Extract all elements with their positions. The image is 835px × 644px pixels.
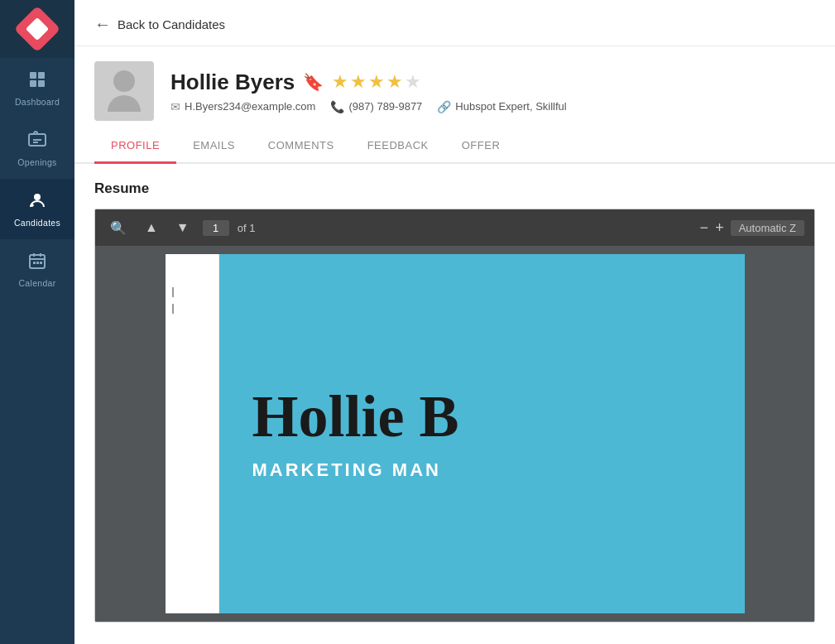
pdf-margin-lines: [172, 262, 212, 314]
candidate-phone: (987) 789-9877: [348, 100, 422, 113]
back-label: Back to Candidates: [118, 17, 225, 31]
svg-rect-1: [38, 72, 45, 79]
phone-meta: 📞 (987) 789-9877: [330, 100, 422, 113]
star-5: ★: [405, 71, 421, 93]
tags-meta: 🔗 Hubspot Expert, Skillful: [437, 100, 566, 113]
sidebar-item-dashboard-label: Dashboard: [15, 97, 60, 107]
sidebar-item-calendar-label: Calendar: [18, 278, 55, 288]
star-4: ★: [386, 71, 403, 93]
avatar-head: [113, 70, 135, 92]
email-icon: ✉: [170, 100, 180, 113]
pdf-resume-name: Hollie B: [252, 387, 712, 446]
pdf-prev-button[interactable]: ▲: [140, 217, 163, 238]
candidate-info: Hollie Byers 🔖 ★ ★ ★ ★ ★ ✉ H.Byers234@ex…: [170, 70, 567, 113]
sidebar: Dashboard Openings Candidates: [0, 0, 74, 644]
star-rating[interactable]: ★ ★ ★ ★ ★: [332, 71, 421, 93]
calendar-icon: [27, 251, 47, 274]
profile-content: Resume 🔍 ▲ ▼ 1 of 1 − + Au: [74, 164, 835, 644]
svg-rect-2: [30, 80, 36, 87]
tag-icon: 🔗: [437, 100, 451, 113]
star-2: ★: [350, 71, 367, 93]
email-meta: ✉ H.Byers234@example.com: [170, 100, 315, 113]
svg-point-7: [34, 194, 41, 200]
avatar: [94, 61, 154, 121]
pdf-search-button[interactable]: 🔍: [105, 217, 132, 239]
avatar-body: [108, 95, 141, 112]
candidate-meta: ✉ H.Byers234@example.com 📞 (987) 789-987…: [170, 100, 567, 113]
pdf-page: Hollie B MARKETING MAN: [166, 254, 745, 613]
pdf-zoom-in-button[interactable]: +: [715, 220, 724, 235]
pdf-resume-title: MARKETING MAN: [252, 459, 712, 481]
pdf-page-content: Hollie B MARKETING MAN: [95, 246, 814, 622]
sidebar-item-dashboard[interactable]: Dashboard: [0, 58, 74, 118]
candidates-icon: [27, 190, 47, 214]
pdf-left-margin: [166, 254, 219, 613]
candidate-name: Hollie Byers: [170, 70, 295, 95]
sidebar-item-openings[interactable]: Openings: [0, 118, 74, 179]
pdf-margin-line-2: [172, 304, 174, 314]
candidate-header: Hollie Byers 🔖 ★ ★ ★ ★ ★ ✉ H.Byers234@ex…: [74, 46, 835, 129]
pdf-zoom-controls: − + Automatic Z: [700, 220, 804, 236]
pdf-blue-header: Hollie B MARKETING MAN: [219, 254, 745, 613]
star-3: ★: [368, 71, 385, 93]
svg-rect-0: [30, 72, 36, 79]
tab-profile[interactable]: PROFILE: [94, 129, 176, 164]
sidebar-item-calendar[interactable]: Calendar: [0, 239, 74, 300]
candidate-email: H.Byers234@example.com: [185, 100, 315, 113]
svg-rect-16: [40, 262, 42, 264]
pdf-zoom-out-button[interactable]: −: [700, 220, 709, 235]
svg-rect-14: [33, 262, 36, 264]
tab-emails[interactable]: EMAILS: [176, 129, 252, 164]
tabs-bar: PROFILE EMAILS COMMENTS FEEDBACK OFFER: [74, 129, 835, 164]
resume-section-title: Resume: [94, 180, 815, 197]
tab-feedback[interactable]: FEEDBACK: [351, 129, 445, 164]
pdf-viewer: 🔍 ▲ ▼ 1 of 1 − + Automatic Z: [94, 209, 815, 622]
svg-rect-3: [38, 80, 45, 87]
openings-icon: [27, 130, 47, 153]
app-logo-diamond: [14, 6, 61, 53]
dashboard-icon: [27, 70, 47, 93]
main-content: ← Back to Candidates Hollie Byers 🔖 ★ ★ …: [74, 0, 835, 644]
tab-comments[interactable]: COMMENTS: [252, 129, 351, 164]
pdf-next-icon: ▼: [176, 220, 190, 235]
pdf-page-input[interactable]: 1: [203, 220, 229, 236]
avatar-figure: [108, 70, 141, 112]
app-logo-inner: [26, 17, 49, 41]
star-1: ★: [332, 71, 348, 93]
pdf-toolbar: 🔍 ▲ ▼ 1 of 1 − + Automatic Z: [95, 209, 814, 246]
pdf-page-total: of 1: [238, 222, 256, 234]
tab-offer[interactable]: OFFER: [445, 129, 517, 164]
pdf-next-button[interactable]: ▼: [171, 217, 194, 238]
bookmark-icon[interactable]: 🔖: [303, 72, 324, 92]
sidebar-item-candidates[interactable]: Candidates: [0, 179, 74, 239]
pdf-prev-icon: ▲: [145, 220, 158, 235]
pdf-search-icon: 🔍: [110, 220, 127, 236]
svg-rect-15: [36, 262, 39, 264]
topbar: ← Back to Candidates: [74, 0, 835, 46]
pdf-main-section: Hollie B MARKETING MAN: [219, 254, 745, 613]
candidate-name-row: Hollie Byers 🔖 ★ ★ ★ ★ ★: [170, 70, 567, 95]
back-button[interactable]: ← Back to Candidates: [94, 15, 225, 34]
sidebar-item-candidates-label: Candidates: [14, 218, 60, 228]
candidate-tags: Hubspot Expert, Skillful: [455, 100, 566, 113]
sidebar-item-openings-label: Openings: [17, 157, 56, 167]
back-arrow-icon: ←: [94, 15, 111, 34]
pdf-margin-line-1: [172, 287, 174, 297]
sidebar-logo: [0, 0, 74, 58]
phone-icon: 📞: [330, 100, 344, 113]
pdf-zoom-label[interactable]: Automatic Z: [731, 220, 804, 236]
